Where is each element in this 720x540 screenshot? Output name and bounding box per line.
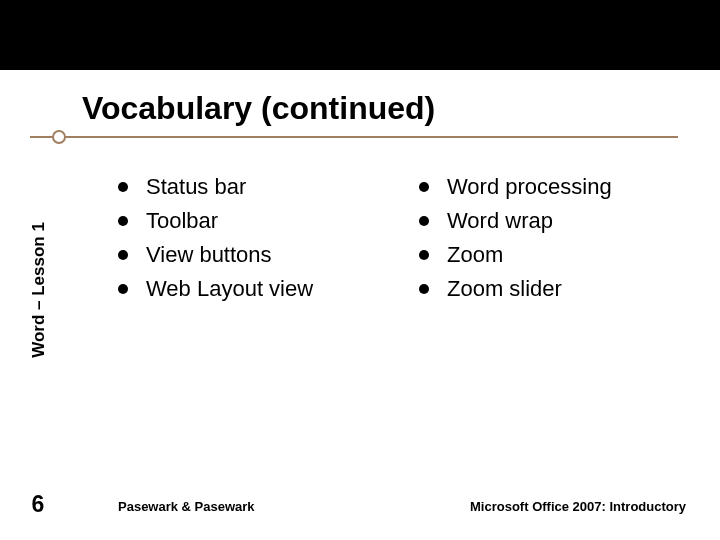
list-item-text: Status bar bbox=[146, 170, 246, 204]
bullet-icon bbox=[118, 182, 128, 192]
left-column: Status bar Toolbar View buttons Web Layo… bbox=[118, 170, 389, 306]
page-number: 6 bbox=[24, 491, 52, 518]
bullet-icon bbox=[118, 250, 128, 260]
list-item: Zoom bbox=[419, 238, 690, 272]
list-item: Toolbar bbox=[118, 204, 389, 238]
list-item-text: Zoom bbox=[447, 238, 503, 272]
bullet-icon bbox=[419, 284, 429, 294]
list-item-text: View buttons bbox=[146, 238, 272, 272]
bullet-icon bbox=[419, 250, 429, 260]
list-item: View buttons bbox=[118, 238, 389, 272]
sidebar-label: Word – Lesson 1 bbox=[29, 222, 49, 358]
list-item-text: Web Layout view bbox=[146, 272, 313, 306]
list-item-text: Word processing bbox=[447, 170, 612, 204]
bullet-icon bbox=[419, 216, 429, 226]
list-item-text: Toolbar bbox=[146, 204, 218, 238]
footer-left: Pasewark & Pasewark bbox=[118, 499, 255, 514]
list-item-text: Zoom slider bbox=[447, 272, 562, 306]
list-item-text: Word wrap bbox=[447, 204, 553, 238]
slide: Vocabulary (continued) Word – Lesson 1 S… bbox=[0, 0, 720, 540]
content-area: Status bar Toolbar View buttons Web Layo… bbox=[118, 170, 690, 306]
list-item: Zoom slider bbox=[419, 272, 690, 306]
bullet-icon bbox=[118, 284, 128, 294]
list-item: Word processing bbox=[419, 170, 690, 204]
sidebar: Word – Lesson 1 bbox=[24, 150, 54, 430]
list-item: Status bar bbox=[118, 170, 389, 204]
top-black-bar bbox=[0, 0, 720, 70]
accent-circle bbox=[52, 130, 66, 144]
list-item: Web Layout view bbox=[118, 272, 389, 306]
accent-line bbox=[30, 136, 678, 138]
slide-title: Vocabulary (continued) bbox=[82, 90, 435, 127]
right-column: Word processing Word wrap Zoom Zoom slid… bbox=[419, 170, 690, 306]
bullet-icon bbox=[419, 182, 429, 192]
list-item: Word wrap bbox=[419, 204, 690, 238]
bullet-icon bbox=[118, 216, 128, 226]
footer-right: Microsoft Office 2007: Introductory bbox=[470, 499, 686, 514]
